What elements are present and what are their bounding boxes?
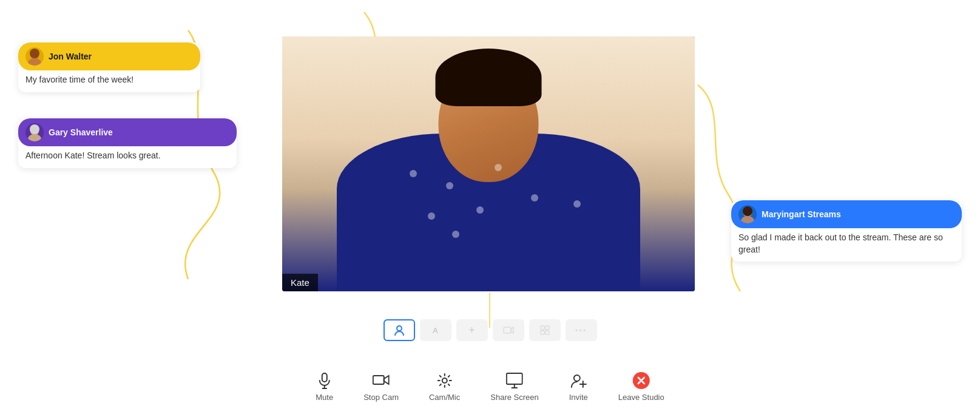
svg-rect-15 bbox=[546, 326, 549, 330]
svg-rect-13 bbox=[504, 327, 511, 333]
mute-control[interactable]: Mute bbox=[316, 372, 333, 402]
leave-studio-control[interactable]: Leave Studio bbox=[618, 372, 664, 402]
bubble-jon-username: Jon Walter bbox=[49, 52, 92, 61]
bubble-jon-avatar bbox=[25, 47, 44, 66]
invite-control[interactable]: Invite bbox=[569, 372, 588, 402]
leave-studio-label: Leave Studio bbox=[618, 393, 664, 402]
toolbar-camera-button[interactable] bbox=[493, 319, 524, 341]
bubble-jon-message: My favorite time of the week! bbox=[18, 70, 200, 92]
share-screen-control[interactable]: Share Screen bbox=[490, 372, 539, 402]
leave-icon bbox=[633, 372, 650, 389]
svg-point-22 bbox=[442, 378, 447, 383]
svg-point-11 bbox=[743, 206, 752, 216]
toolbar-add-button[interactable]: + bbox=[456, 319, 488, 341]
svg-rect-23 bbox=[507, 373, 522, 384]
stop-cam-label: Stop Cam bbox=[363, 393, 399, 402]
mute-icon bbox=[316, 372, 333, 389]
toolbar-text-button[interactable]: A bbox=[420, 319, 451, 341]
bubble-gary-header: Gary Shaverlive bbox=[18, 118, 237, 146]
presenter-name-label: Kate bbox=[282, 274, 318, 291]
bubble-gary-avatar bbox=[25, 123, 44, 141]
leave-badge bbox=[633, 372, 650, 389]
svg-point-7 bbox=[30, 124, 39, 134]
invite-label: Invite bbox=[569, 393, 588, 402]
chat-bubble-jon: Jon Walter My favorite time of the week! bbox=[18, 42, 200, 92]
svg-point-12 bbox=[397, 326, 402, 331]
bubble-mary-message: So glad I made it back out to the stream… bbox=[731, 228, 962, 262]
bubble-mary-header: Maryingart Streams bbox=[731, 200, 962, 228]
bubble-gary-message: Afternoon Kate! Stream looks great. bbox=[18, 146, 237, 168]
svg-rect-17 bbox=[546, 331, 549, 334]
toolbar-grid-button[interactable] bbox=[529, 319, 561, 341]
bubble-gary-username: Gary Shaverlive bbox=[49, 127, 113, 137]
svg-rect-18 bbox=[322, 373, 327, 382]
svg-rect-14 bbox=[541, 326, 544, 330]
stop-cam-control[interactable]: Stop Cam bbox=[363, 372, 399, 402]
cam-mic-label: Cam/Mic bbox=[429, 393, 460, 402]
chat-bubble-gary: Gary Shaverlive Afternoon Kate! Stream l… bbox=[18, 118, 237, 168]
settings-icon bbox=[436, 372, 453, 389]
video-container: Kate bbox=[282, 36, 695, 291]
toolbar-icons-row: A + ••• bbox=[384, 319, 597, 341]
bottom-controls: Mute Stop Cam Cam/Mic S bbox=[316, 372, 664, 402]
bubble-mary-username: Maryingart Streams bbox=[762, 209, 841, 219]
svg-point-26 bbox=[573, 375, 580, 381]
invite-icon bbox=[570, 372, 587, 389]
monitor-icon bbox=[506, 372, 523, 389]
share-screen-label: Share Screen bbox=[490, 393, 539, 402]
toolbar-person-button[interactable] bbox=[384, 319, 415, 341]
camera-icon bbox=[373, 372, 390, 389]
bubble-jon-header: Jon Walter bbox=[18, 42, 200, 70]
video-feed: Kate bbox=[282, 36, 695, 291]
svg-rect-21 bbox=[373, 376, 384, 384]
svg-rect-16 bbox=[541, 331, 544, 334]
chat-bubble-mary: Maryingart Streams So glad I made it bac… bbox=[731, 200, 962, 262]
bubble-mary-avatar bbox=[738, 205, 757, 223]
mute-label: Mute bbox=[316, 393, 333, 402]
cam-mic-control[interactable]: Cam/Mic bbox=[429, 372, 460, 402]
presenter-video bbox=[282, 36, 695, 291]
svg-point-2 bbox=[28, 58, 41, 66]
toolbar-more-button[interactable]: ••• bbox=[566, 319, 597, 341]
svg-point-3 bbox=[30, 49, 39, 58]
